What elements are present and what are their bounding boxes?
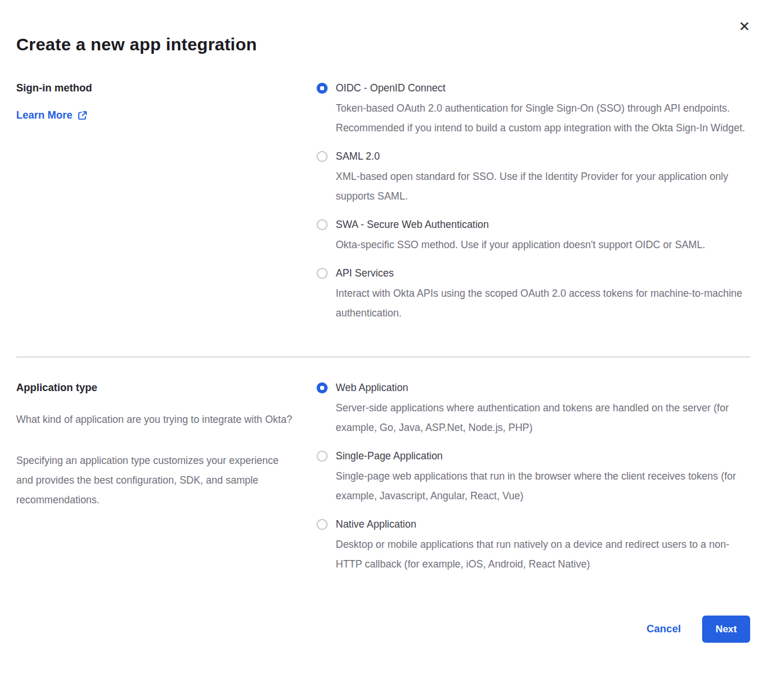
radio-icon — [317, 519, 328, 530]
option-title: Web Application — [336, 381, 750, 395]
signin-method-section: Sign-in method Learn More OIDC - OpenID … — [16, 81, 750, 334]
section-divider — [16, 356, 750, 358]
radio-option-native-application[interactable]: Native Application Desktop or mobile app… — [317, 517, 750, 574]
radio-icon — [317, 219, 328, 230]
create-app-integration-dialog: ✕ Create a new app integration Sign-in m… — [0, 0, 771, 700]
radio-option-saml[interactable]: SAML 2.0 XML-based open standard for SSO… — [317, 149, 750, 206]
radio-icon — [317, 151, 328, 162]
radio-icon — [317, 382, 328, 393]
option-description: Token-based OAuth 2.0 authentication for… — [336, 98, 749, 138]
learn-more-link[interactable]: Learn More — [16, 109, 87, 121]
learn-more-label: Learn More — [16, 109, 72, 121]
application-type-note: Specifying an application type customize… — [16, 451, 293, 510]
option-description: XML-based open standard for SSO. Use if … — [336, 167, 749, 206]
radio-option-api-services[interactable]: API Services Interact with Okta APIs usi… — [317, 266, 750, 323]
signin-method-label: Sign-in method — [16, 81, 304, 95]
application-type-section: Application type What kind of applicatio… — [16, 381, 750, 585]
radio-icon — [317, 83, 328, 94]
option-title: API Services — [336, 266, 750, 280]
signin-method-left-column: Sign-in method Learn More — [16, 81, 304, 121]
application-type-options: Web Application Server-side applications… — [317, 381, 750, 585]
dialog-footer: Cancel Next — [16, 616, 750, 643]
application-type-question: What kind of application are you trying … — [16, 410, 293, 429]
option-description: Server-side applications where authentic… — [336, 398, 749, 437]
application-type-left-column: Application type What kind of applicatio… — [16, 381, 304, 510]
signin-method-options: OIDC - OpenID Connect Token-based OAuth … — [317, 81, 750, 334]
option-description: Interact with Okta APIs using the scoped… — [336, 283, 749, 323]
option-title: OIDC - OpenID Connect — [336, 81, 750, 95]
option-title: SAML 2.0 — [336, 149, 750, 163]
option-description: Okta-specific SSO method. Use if your ap… — [336, 235, 749, 255]
radio-option-oidc[interactable]: OIDC - OpenID Connect Token-based OAuth … — [317, 81, 750, 138]
radio-option-swa[interactable]: SWA - Secure Web Authentication Okta-spe… — [317, 218, 750, 255]
application-type-label: Application type — [16, 381, 304, 395]
cancel-button[interactable]: Cancel — [647, 623, 681, 635]
dialog-title: Create a new app integration — [16, 0, 750, 54]
option-title: Native Application — [336, 517, 750, 531]
option-description: Desktop or mobile applications that run … — [336, 535, 749, 574]
radio-option-web-application[interactable]: Web Application Server-side applications… — [317, 381, 750, 437]
radio-option-single-page-application[interactable]: Single-Page Application Single-page web … — [317, 449, 750, 506]
close-icon[interactable]: ✕ — [739, 20, 750, 34]
next-button[interactable]: Next — [702, 616, 750, 643]
radio-icon — [317, 451, 328, 462]
external-link-icon — [78, 110, 87, 120]
option-title: SWA - Secure Web Authentication — [336, 218, 750, 231]
radio-icon — [317, 268, 328, 279]
option-description: Single-page web applications that run in… — [336, 466, 749, 506]
option-title: Single-Page Application — [336, 449, 750, 463]
